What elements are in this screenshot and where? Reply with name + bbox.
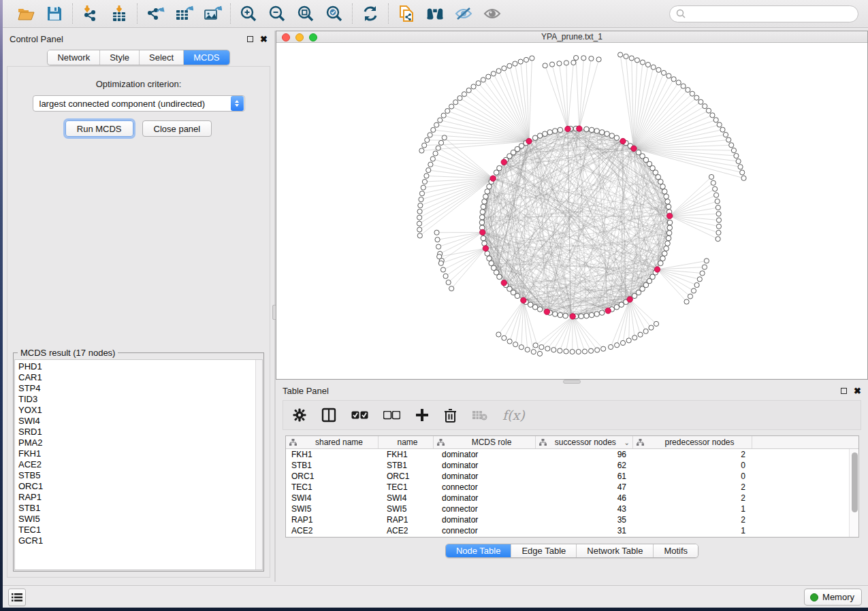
search-icon [676, 9, 686, 18]
column-header-MCDS-role[interactable]: MCDS role [434, 436, 536, 448]
tab-style[interactable]: Style [100, 50, 140, 65]
table-cell: 29 [536, 536, 633, 538]
table-panel-header: Table Panel ✖ [276, 382, 868, 399]
window-zoom-icon[interactable] [309, 33, 317, 42]
criterion-select[interactable]: largest connected component (undirected) [33, 95, 245, 112]
network-view-window: YPA_prune.txt_1 [276, 31, 868, 380]
deselect-all-checkboxes-icon[interactable] [383, 411, 400, 420]
refresh-icon[interactable] [361, 4, 380, 23]
float-table-panel-icon[interactable] [841, 388, 847, 394]
column-header-predecessor-nodes[interactable]: predecessor nodes [633, 436, 752, 448]
table-cell: SWI4 [286, 493, 379, 503]
open-file-icon[interactable] [16, 4, 35, 23]
column-header-successor-nodes[interactable]: successor nodes⌄ [536, 436, 633, 448]
tab-select[interactable]: Select [140, 50, 184, 65]
table-row[interactable]: YOX1YOX1connector291 [286, 536, 858, 538]
result-node-item[interactable]: TEC1 [15, 525, 255, 535]
tab-edge-table[interactable]: Edge Table [511, 544, 577, 557]
table-panel-drag-handle[interactable] [563, 380, 581, 384]
result-list-scrollbar[interactable] [255, 360, 262, 569]
table-row[interactable]: SWI5SWI5connector431 [286, 503, 858, 514]
column-header-shared-name[interactable]: shared name [286, 436, 379, 448]
table-scrollbar-thumb[interactable] [852, 452, 858, 512]
table-cell: STB1 [286, 460, 379, 471]
table-cell: connector [434, 482, 536, 493]
table-cell: FKH1 [286, 449, 379, 460]
result-node-item[interactable]: FKH1 [15, 448, 255, 459]
select-all-checkboxes-icon[interactable] [351, 411, 368, 420]
table-cell: connector [434, 536, 536, 538]
window-close-icon[interactable] [282, 33, 290, 42]
table-scrollbar[interactable] [849, 449, 858, 537]
table-row[interactable]: STB1STB1dominator620 [286, 460, 858, 471]
save-session-icon[interactable] [45, 4, 64, 23]
network-graph[interactable] [276, 43, 867, 379]
result-node-item[interactable]: STP4 [15, 383, 255, 394]
node-table[interactable]: shared namenameMCDS rolesuccessor nodes⌄… [285, 435, 859, 538]
result-node-item[interactable]: ORC1 [15, 481, 255, 492]
export-image-icon[interactable] [203, 4, 222, 23]
result-node-item[interactable]: SWI5 [15, 514, 255, 525]
result-node-item[interactable]: TID3 [15, 394, 255, 405]
result-node-item[interactable]: RAP1 [15, 492, 255, 503]
table-cell: 1 [633, 536, 752, 538]
zoom-fit-icon[interactable] [296, 4, 315, 23]
export-network-icon[interactable] [146, 4, 165, 23]
close-panel-icon[interactable]: ✖ [260, 35, 268, 44]
hide-selected-icon[interactable] [454, 4, 473, 23]
first-neighbors-icon[interactable] [425, 4, 445, 23]
table-cell: 2 [633, 449, 752, 460]
result-node-item[interactable]: YOX1 [15, 405, 255, 416]
show-all-icon[interactable] [483, 4, 502, 23]
import-network-icon[interactable] [81, 4, 100, 23]
result-node-item[interactable]: SWI4 [15, 416, 255, 427]
add-column-icon[interactable] [415, 408, 429, 422]
result-node-item[interactable]: SRD1 [15, 427, 255, 437]
result-node-item[interactable]: STB5 [15, 470, 255, 481]
window-minimize-icon[interactable] [295, 33, 304, 42]
close-panel-button[interactable]: Close panel [142, 120, 212, 137]
table-panel-title: Table Panel [283, 386, 329, 396]
float-panel-icon[interactable] [247, 36, 253, 42]
show-task-history-button[interactable] [8, 589, 26, 606]
table-row[interactable]: RAP1RAP1dominator352 [286, 514, 858, 525]
result-node-item[interactable]: GCR1 [15, 535, 255, 546]
tab-node-table[interactable]: Node Table [446, 544, 512, 557]
mcds-result-list[interactable]: PHD1CAR1STP4TID3YOX1SWI4SRD1PMA2FKH1ACE2… [14, 359, 263, 570]
clone-network-icon[interactable] [397, 4, 416, 23]
import-table-icon[interactable] [110, 4, 129, 23]
tab-network[interactable]: Network [48, 50, 100, 65]
close-table-panel-icon[interactable]: ✖ [854, 386, 861, 395]
column-header-name[interactable]: name [379, 436, 434, 448]
result-node-item[interactable]: CAR1 [15, 372, 255, 383]
table-cell: dominator [434, 449, 536, 460]
table-cell: 2 [633, 493, 752, 503]
zoom-in-icon[interactable] [239, 4, 258, 23]
table-row[interactable]: FKH1FKH1dominator962 [286, 449, 858, 460]
result-node-item[interactable]: STB1 [15, 503, 255, 514]
table-row[interactable]: ORC1ORC1dominator610 [286, 471, 858, 482]
result-node-item[interactable]: PMA2 [15, 437, 255, 448]
tab-network-table[interactable]: Network Table [577, 544, 654, 557]
tab-motifs[interactable]: Motifs [654, 544, 698, 557]
table-row[interactable]: SWI4SWI4dominator462 [286, 493, 858, 503]
table-row[interactable]: ACE2ACE2connector311 [286, 525, 858, 536]
delete-column-icon[interactable] [444, 408, 457, 423]
result-node-item[interactable]: PHD1 [15, 361, 255, 372]
zoom-out-icon[interactable] [268, 4, 287, 23]
table-settings-icon[interactable] [293, 408, 306, 422]
sort-chevron-icon[interactable]: ⌄ [624, 439, 630, 446]
table-cell: SWI4 [379, 493, 434, 503]
search-field[interactable] [669, 5, 858, 22]
network-canvas[interactable] [276, 43, 867, 379]
result-node-item[interactable]: ACE2 [15, 459, 255, 470]
column-browser-icon[interactable] [321, 408, 336, 423]
tab-mcds[interactable]: MCDS [184, 50, 229, 65]
search-input[interactable] [686, 9, 858, 19]
export-table-icon[interactable] [174, 4, 193, 23]
zoom-selected-icon[interactable] [325, 4, 344, 23]
table-row[interactable]: TEC1TEC1connector472 [286, 482, 858, 493]
network-window-titlebar[interactable]: YPA_prune.txt_1 [276, 31, 867, 43]
memory-button[interactable]: Memory [804, 589, 862, 606]
run-mcds-button[interactable]: Run MCDS [65, 120, 133, 137]
